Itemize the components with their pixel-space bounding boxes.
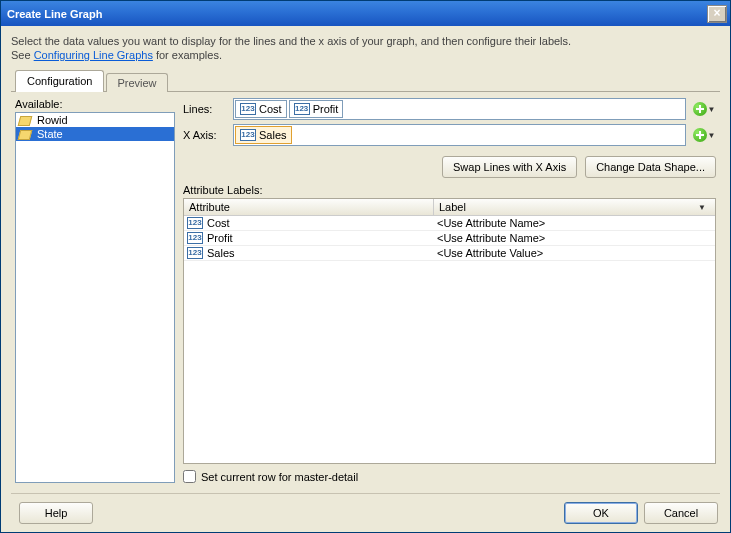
window-title: Create Line Graph bbox=[7, 8, 707, 20]
lines-chip-cost[interactable]: 123 Cost bbox=[235, 100, 287, 118]
available-item-rowid[interactable]: Rowid bbox=[16, 113, 174, 127]
row-attr: 123 Sales bbox=[187, 247, 437, 259]
change-shape-button[interactable]: Change Data Shape... bbox=[585, 156, 716, 178]
available-item-label: State bbox=[37, 128, 63, 140]
master-detail-checkbox-row: Set current row for master-detail bbox=[183, 470, 716, 483]
lines-field[interactable]: 123 Cost 123 Profit bbox=[233, 98, 686, 120]
plus-icon bbox=[693, 102, 707, 116]
chip-text: Cost bbox=[259, 103, 282, 115]
action-row: Swap Lines with X Axis Change Data Shape… bbox=[183, 156, 716, 178]
chevron-down-icon: ▼ bbox=[708, 105, 716, 114]
lines-label: Lines: bbox=[183, 103, 227, 115]
intro-text: Select the data values you want to displ… bbox=[11, 34, 720, 62]
number-icon: 123 bbox=[240, 103, 256, 115]
intro-line2-suffix: for examples. bbox=[153, 49, 222, 61]
help-button[interactable]: Help bbox=[19, 502, 93, 524]
footer-spacer bbox=[93, 502, 558, 524]
tag-icon bbox=[19, 129, 33, 139]
plus-icon bbox=[693, 128, 707, 142]
row-label[interactable]: <Use Attribute Name> bbox=[437, 232, 712, 244]
number-icon: 123 bbox=[294, 103, 310, 115]
xaxis-label: X Axis: bbox=[183, 129, 227, 141]
tab-bar: Configuration Preview bbox=[11, 72, 720, 92]
cancel-button[interactable]: Cancel bbox=[644, 502, 718, 524]
table-row[interactable]: 123 Cost <Use Attribute Name> bbox=[184, 216, 715, 231]
row-attr: 123 Profit bbox=[187, 232, 437, 244]
table-row[interactable]: 123 Sales <Use Attribute Value> bbox=[184, 246, 715, 261]
header-attribute[interactable]: Attribute bbox=[184, 199, 434, 215]
row-attr-text: Sales bbox=[207, 247, 235, 259]
attribute-header: Attribute Label ▼ bbox=[184, 199, 715, 216]
available-list[interactable]: Rowid State bbox=[15, 112, 175, 483]
ok-button[interactable]: OK bbox=[564, 502, 638, 524]
tab-configuration[interactable]: Configuration bbox=[15, 70, 104, 92]
master-detail-label: Set current row for master-detail bbox=[201, 471, 358, 483]
xaxis-row: X Axis: 123 Sales ▼ bbox=[183, 124, 716, 146]
header-label[interactable]: Label ▼ bbox=[434, 199, 715, 215]
number-icon: 123 bbox=[187, 247, 203, 259]
configuring-link[interactable]: Configuring Line Graphs bbox=[34, 49, 153, 61]
lines-row: Lines: 123 Cost 123 Profit ▼ bbox=[183, 98, 716, 120]
available-item-label: Rowid bbox=[37, 114, 68, 126]
attribute-body: 123 Cost <Use Attribute Name> 123 Profit… bbox=[184, 216, 715, 463]
available-pane: Available: Rowid State bbox=[15, 98, 175, 483]
master-detail-checkbox[interactable] bbox=[183, 470, 196, 483]
row-attr: 123 Cost bbox=[187, 217, 437, 229]
lines-add-button[interactable]: ▼ bbox=[692, 99, 716, 119]
row-attr-text: Profit bbox=[207, 232, 233, 244]
close-button[interactable]: × bbox=[707, 5, 727, 23]
intro-line2-prefix: See bbox=[11, 49, 34, 61]
footer: Help OK Cancel bbox=[11, 493, 720, 524]
attribute-labels-title: Attribute Labels: bbox=[183, 184, 716, 196]
content-area: Select the data values you want to displ… bbox=[1, 26, 730, 532]
config-panel: Available: Rowid State Lines: 123 Cos bbox=[11, 91, 720, 487]
xaxis-add-button[interactable]: ▼ bbox=[692, 125, 716, 145]
number-icon: 123 bbox=[187, 232, 203, 244]
chip-text: Sales bbox=[259, 129, 287, 141]
right-pane: Lines: 123 Cost 123 Profit ▼ bbox=[183, 98, 716, 483]
row-label[interactable]: <Use Attribute Name> bbox=[437, 217, 712, 229]
intro-line1: Select the data values you want to displ… bbox=[11, 35, 571, 47]
lines-chip-profit[interactable]: 123 Profit bbox=[289, 100, 344, 118]
number-icon: 123 bbox=[187, 217, 203, 229]
attribute-labels-section: Attribute Labels: Attribute Label ▼ 123 bbox=[183, 184, 716, 483]
chevron-down-icon: ▼ bbox=[708, 131, 716, 140]
number-icon: 123 bbox=[240, 129, 256, 141]
header-label-text: Label bbox=[439, 201, 466, 213]
row-label[interactable]: <Use Attribute Value> bbox=[437, 247, 712, 259]
attribute-table: Attribute Label ▼ 123 Cost <Use Att bbox=[183, 198, 716, 464]
tab-preview[interactable]: Preview bbox=[106, 73, 167, 92]
available-label: Available: bbox=[15, 98, 175, 110]
chip-text: Profit bbox=[313, 103, 339, 115]
row-attr-text: Cost bbox=[207, 217, 230, 229]
label-dropdown-icon[interactable]: ▼ bbox=[698, 203, 710, 212]
swap-button[interactable]: Swap Lines with X Axis bbox=[442, 156, 577, 178]
xaxis-chip-sales[interactable]: 123 Sales bbox=[235, 126, 292, 144]
xaxis-field[interactable]: 123 Sales bbox=[233, 124, 686, 146]
table-row[interactable]: 123 Profit <Use Attribute Name> bbox=[184, 231, 715, 246]
tag-icon bbox=[19, 115, 33, 125]
title-bar: Create Line Graph × bbox=[1, 1, 730, 26]
available-item-state[interactable]: State bbox=[16, 127, 174, 141]
